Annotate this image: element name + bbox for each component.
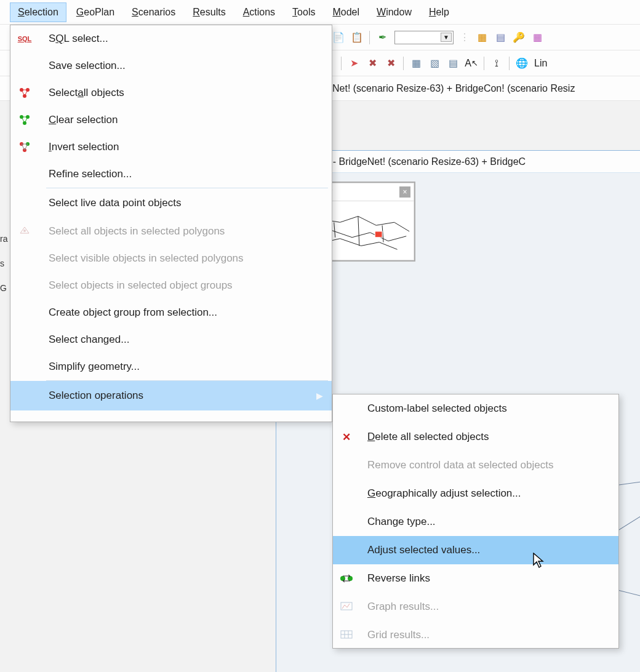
svg-rect-0 [375,231,382,238]
menu-select-live-data-points[interactable]: Select live data point objects [10,188,332,218]
cursor-icon[interactable]: ➤ [348,57,360,70]
select-all-icon [17,85,33,101]
selection-menu: SQL SQL select... Save selection... Sele… [10,25,332,422]
menu-actions[interactable]: Actions [236,3,282,22]
paste-icon[interactable]: 📋 [351,31,363,44]
toolbar-separator [509,57,510,70]
selection-operations-submenu: Custom-label selected objects ✕ Delete a… [332,394,619,649]
graph-icon [339,599,354,614]
strike-icon-b[interactable]: ✖ [385,57,397,70]
pen-icon[interactable]: ✒ [376,31,388,44]
menu-scenarios[interactable]: Scenarios [124,3,183,22]
tool-icon-d[interactable]: ▦ [531,31,543,44]
submenu-reverse-links[interactable]: Reverse links [333,564,618,593]
tool-icon-c[interactable]: 🔑 [513,31,525,44]
clear-selection-icon [17,112,33,128]
grid-icon [339,628,354,642]
reverse-icon [339,571,354,586]
svg-point-21 [340,576,345,581]
menu-tools[interactable]: Tools [285,3,322,22]
mouse-cursor [533,553,546,572]
grid-tool-a[interactable]: ▦ [410,57,422,70]
grid-tool-c[interactable]: ▤ [447,57,459,70]
submenu-geographically-adjust[interactable]: Geographically adjust selection... [333,479,618,508]
copy-icon[interactable]: 📄 [332,31,345,44]
menu-refine-selection[interactable]: Refine selection... [10,161,332,188]
toolbar-separator [484,57,484,70]
menu-help[interactable]: Help [422,3,457,22]
menu-window[interactable]: Window [369,3,419,22]
menubar: Selection GeoPlan Scenarios Results Acti… [0,0,640,25]
menu-clear-selection[interactable]: Clear selection [10,106,332,134]
text-cursor-tool[interactable]: A↖ [465,57,478,70]
svg-rect-23 [341,602,352,610]
invert-icon [17,139,33,155]
svg-point-20 [23,230,26,232]
submenu-adjust-selected-values[interactable]: Adjust selected values... [333,536,618,564]
menu-selection[interactable]: Selection [10,2,66,22]
menu-simplify-geometry[interactable]: Simplify geometry... [10,353,332,380]
toolbar-separator [369,31,370,44]
sql-icon: SQL [17,31,33,47]
menu-save-selection[interactable]: Save selection... [10,52,332,79]
menu-invert-selection[interactable]: Invert selection [10,134,332,161]
grid-tool-b[interactable]: ▧ [428,57,441,70]
menu-sql-select[interactable]: SQL SQL select... [10,25,332,52]
submenu-arrow-icon: ▶ [316,391,323,401]
menu-select-in-object-groups: Select objects in selected object groups [10,272,332,299]
delete-icon: ✕ [339,430,354,444]
menu-select-visible-in-polygons: Select visible objects in selected polyg… [10,245,332,272]
ruler-icon[interactable]: ⟟ [490,57,503,70]
polygon-icon [17,223,33,239]
menu-create-object-group[interactable]: Create object group from selection... [10,299,332,326]
svg-point-22 [348,576,353,581]
submenu-custom-label[interactable]: Custom-label selected objects [333,394,618,423]
toolbar-separator [403,57,404,70]
tool-icon-b[interactable]: ▤ [494,31,506,44]
globe-icon[interactable]: 🌐 [516,57,528,70]
submenu-graph-results: Graph results... [333,593,618,621]
submenu-delete-all-selected[interactable]: ✕ Delete all selected objects [333,423,618,451]
tool-icon-a[interactable]: ▦ [476,31,488,44]
menu-select-all-in-polygons: Select all objects in selected polygons [10,218,332,245]
strike-icon-a[interactable]: ✖ [366,57,378,70]
toolbar-trailing-text: Lin [534,58,547,69]
close-icon[interactable]: × [399,186,410,198]
submenu-remove-control-data: Remove control data at selected objects [333,451,618,479]
submenu-change-type[interactable]: Change type... [333,508,618,536]
submenu-grid-results: Grid results... [333,621,618,649]
toolbar-combo[interactable]: ▼ [394,31,454,44]
menu-selection-operations[interactable]: Selection operations ▶ [10,381,332,410]
menu-geoplan[interactable]: GeoPlan [69,3,122,22]
menu-select-all-objects[interactable]: Select all objects [10,79,332,106]
menu-select-changed[interactable]: Select changed... [10,326,332,353]
menu-model[interactable]: Model [325,3,367,22]
toolbar-separator [341,57,342,70]
menu-results[interactable]: Results [185,3,233,22]
